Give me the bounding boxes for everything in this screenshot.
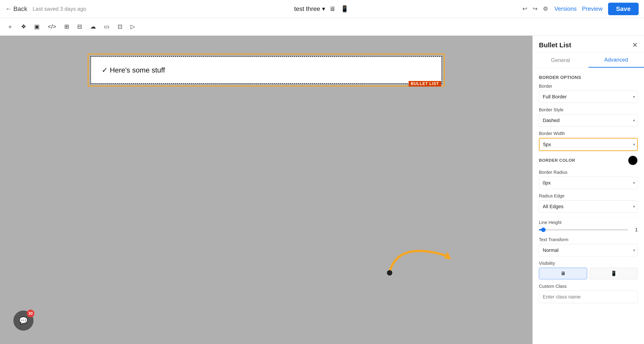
saved-label: Last saved 3 days ago (32, 6, 86, 12)
slider-thumb[interactable] (541, 228, 546, 232)
notification-button[interactable]: 💬 30 (14, 310, 34, 330)
add-element-button[interactable]: ＋ (5, 21, 15, 32)
border-style-select-wrapper: Solid Dashed Dotted ▾ (539, 114, 638, 126)
svg-point-1 (387, 270, 392, 276)
components-button[interactable]: ⊡ (116, 22, 124, 32)
pages-button[interactable]: ▣ (32, 22, 42, 32)
forms-button[interactable]: ⊟ (76, 22, 84, 32)
bullet-list-label: BULLET LIST (408, 81, 441, 86)
radius-edge-field-label: Radius Edge (539, 194, 638, 198)
visibility-mobile-button[interactable]: 📱 (590, 268, 638, 279)
topbar-right: ↩ ↪ ⚙ Versions Preview Save (522, 3, 639, 15)
layers-button[interactable]: ❖ (19, 22, 28, 32)
topbar-center: test three ▾ 🖥 📱 (294, 4, 350, 14)
tab-advanced[interactable]: Advanced (588, 53, 644, 68)
main-layout: ✓ Here's some stuff BULLET LIST Bullet L… (0, 36, 644, 344)
divider-1 (539, 217, 638, 217)
svg-marker-0 (444, 252, 451, 260)
templates-button[interactable]: ▷ (129, 22, 137, 32)
media-button[interactable]: ☁ (88, 22, 98, 32)
notification-badge: 30 (27, 310, 34, 317)
toolbar: ＋ ❖ ▣ </> ⊞ ⊟ ☁ ▭ ⊡ ▷ (0, 18, 644, 36)
panel-close-button[interactable]: ✕ (632, 41, 638, 49)
border-options-label: Border Options (539, 75, 638, 80)
panel-header: Bullet List ✕ (533, 36, 644, 53)
text-transform-select[interactable]: Normal Uppercase Lowercase Capitalize (539, 244, 638, 256)
line-height-value: 1 (632, 227, 638, 233)
topbar-icons-right: ↩ ↪ ⚙ (522, 4, 549, 13)
border-radius-field-label: Border Radius (539, 170, 638, 175)
bullet-list-wrapper[interactable]: ✓ Here's some stuff BULLET LIST (88, 54, 445, 86)
project-name-button[interactable]: test three ▾ (294, 5, 325, 12)
border-color-swatch[interactable] (628, 156, 638, 165)
border-width-field-label: Border Width (539, 131, 638, 136)
undo-button[interactable]: ↩ (522, 4, 528, 13)
save-button[interactable]: Save (608, 3, 639, 15)
code-button[interactable]: </> (46, 22, 58, 32)
desktop-icon[interactable]: 🖥 (328, 4, 337, 14)
panel-title: Bullet List (539, 41, 571, 49)
radius-edge-select-wrapper: All Edges Top Left Top Right Bottom Left… (539, 200, 638, 212)
custom-class-label: Custom Class (539, 284, 638, 289)
line-height-slider-row: 1 (539, 227, 638, 233)
panel-tabs: General Advanced (533, 53, 644, 68)
mobile-icon[interactable]: 📱 (340, 4, 350, 14)
border-width-select[interactable]: 1px 2px 3px 4px 5px (539, 138, 638, 151)
line-height-slider[interactable] (539, 229, 628, 230)
preview-button[interactable]: Preview (582, 5, 602, 12)
layout-button[interactable]: ⊞ (62, 22, 71, 32)
border-field-label: Border (539, 84, 638, 89)
border-radius-select[interactable]: 0px 4px 8px 16px 50% (539, 177, 638, 189)
visibility-row: 🖥 📱 (539, 268, 638, 279)
dropdown-chevron-icon: ▾ (322, 5, 325, 12)
canvas-area[interactable]: ✓ Here's some stuff BULLET LIST (0, 36, 532, 344)
settings-button[interactable]: ⚙ (542, 4, 549, 13)
panel-body: Border Options Border Full Border No Bor… (533, 68, 644, 344)
border-color-row: BORDER COLOR (539, 156, 638, 165)
border-style-select[interactable]: Solid Dashed Dotted (539, 114, 638, 126)
text-transform-label: Text Transform (539, 237, 638, 242)
versions-button[interactable]: Versions (554, 5, 576, 12)
border-select-wrapper: Full Border No Border Top Border Bottom … (539, 90, 638, 103)
border-style-field-label: Border Style (539, 107, 638, 112)
custom-class-input[interactable] (539, 291, 638, 303)
redo-button[interactable]: ↪ (532, 4, 538, 13)
border-color-label: BORDER COLOR (539, 158, 575, 163)
line-height-label: Line Height (539, 220, 638, 225)
border-width-select-wrapper: 1px 2px 3px 4px 5px ▾ (539, 138, 638, 151)
right-panel: Bullet List ✕ General Advanced Border Op… (532, 36, 644, 344)
notification-icon: 💬 (19, 316, 28, 325)
back-button[interactable]: ← Back (5, 5, 27, 12)
bullet-list-content: ✓ Here's some stuff (102, 66, 165, 74)
back-label: Back (14, 5, 27, 12)
visibility-desktop-button[interactable]: 🖥 (539, 268, 587, 279)
project-name: test three (294, 5, 320, 12)
border-radius-select-wrapper: 0px 4px 8px 16px 50% ▾ (539, 177, 638, 189)
back-arrow-icon: ← (5, 5, 12, 12)
topbar: ← Back Last saved 3 days ago test three … (0, 0, 644, 18)
device-icons: 🖥 📱 (328, 4, 350, 14)
bullet-list-inner: ✓ Here's some stuff (90, 56, 442, 84)
sections-button[interactable]: ▭ (102, 22, 111, 32)
text-transform-select-wrapper: Normal Uppercase Lowercase Capitalize ▾ (539, 244, 638, 256)
arrow-annotation (385, 232, 456, 282)
border-select[interactable]: Full Border No Border Top Border Bottom … (539, 90, 638, 103)
visibility-label: Visibility (539, 261, 638, 266)
radius-edge-select[interactable]: All Edges Top Left Top Right Bottom Left… (539, 200, 638, 212)
tab-general[interactable]: General (533, 53, 588, 68)
notification-widget: 💬 30 (14, 310, 34, 330)
